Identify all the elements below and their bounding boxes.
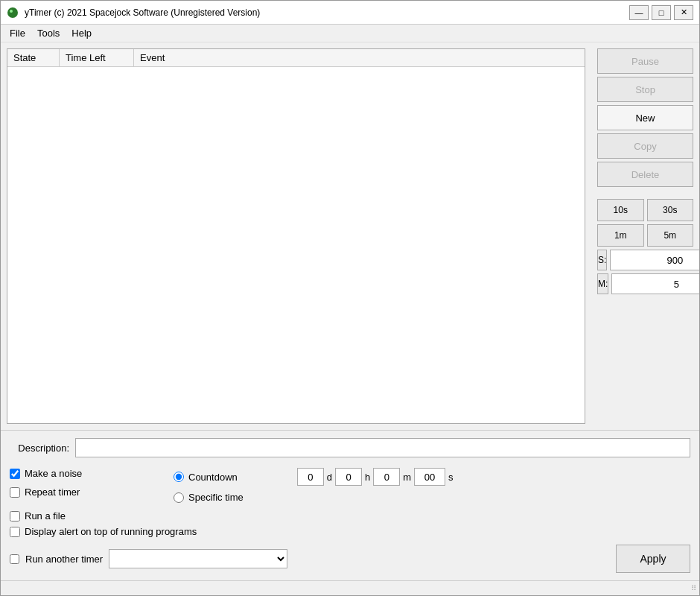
make-noise-label: Make a noise — [25, 468, 82, 479]
description-row: Description: — [10, 438, 690, 457]
window-controls: — □ ✕ — [629, 5, 693, 20]
col-timeleft-header: Time Left — [60, 49, 134, 66]
right-timer-type: Countdown d h m s Specific t — [174, 468, 690, 503]
btn-5m[interactable]: 5m — [647, 224, 694, 247]
quick-btns-row1: 10s 30s — [597, 199, 693, 221]
repeat-timer-row: Repeat timer — [10, 486, 174, 498]
btn-1m[interactable]: 1m — [597, 224, 644, 247]
days-label: d — [327, 472, 332, 483]
specific-time-radio[interactable] — [174, 492, 184, 503]
run-file-checkbox[interactable] — [10, 511, 20, 522]
seconds-input[interactable] — [610, 250, 699, 270]
title-bar: yTimer (c) 2021 Spacejock Software (Unre… — [1, 1, 699, 25]
btn-30s[interactable]: 30s — [647, 199, 694, 221]
quick-btns-row2: 1m 5m — [597, 224, 693, 247]
btn-10s[interactable]: 10s — [597, 199, 644, 221]
svg-point-0 — [7, 7, 18, 18]
specific-time-label: Specific time — [188, 492, 244, 503]
right-panel: Pause Stop New Copy Delete 10s 30s 1m 5m… — [591, 42, 699, 430]
left-checks: Make a noise Repeat timer — [10, 468, 174, 503]
run-another-row: Run another timer Apply — [10, 545, 690, 573]
new-button[interactable]: New — [597, 105, 693, 130]
repeat-timer-checkbox[interactable] — [10, 487, 20, 498]
countdown-inputs: d h m s — [297, 468, 454, 486]
delete-button[interactable]: Delete — [597, 162, 693, 187]
countdown-label: Countdown — [188, 472, 238, 483]
table-header: State Time Left Event — [7, 49, 585, 67]
window-title: yTimer (c) 2021 Spacejock Software (Unre… — [25, 7, 260, 18]
menu-tools[interactable]: Tools — [31, 26, 66, 40]
svg-point-1 — [10, 10, 13, 13]
main-content: State Time Left Event Pause Stop New Cop… — [1, 42, 699, 430]
make-noise-row: Make a noise — [10, 468, 174, 479]
run-file-label: Run a file — [25, 510, 66, 522]
hours-label: h — [365, 472, 370, 483]
run-another-label: Run another timer — [25, 554, 103, 565]
run-another-select[interactable] — [109, 549, 287, 568]
timer-table: State Time Left Event — [7, 48, 585, 424]
repeat-timer-label: Repeat timer — [25, 486, 80, 498]
display-alert-row: Display alert on top of running programs — [10, 526, 690, 537]
seconds-label[interactable]: S: — [597, 250, 607, 270]
maximize-button[interactable]: □ — [652, 5, 671, 20]
minutes-label[interactable]: M: — [597, 273, 608, 294]
countdown-radio-row: Countdown — [174, 472, 238, 483]
menu-file[interactable]: File — [4, 26, 31, 40]
display-alert-checkbox[interactable] — [10, 527, 20, 537]
make-noise-checkbox[interactable] — [10, 469, 20, 479]
description-label: Description: — [10, 443, 69, 454]
col-event-header: Event — [134, 49, 585, 66]
bottom-checks: Run a file Display alert on top of runni… — [10, 510, 690, 537]
bottom-panel: Description: Make a noise Repeat timer — [1, 430, 699, 580]
seconds-input-countdown[interactable] — [414, 468, 445, 486]
minutes-unit-label: m — [403, 472, 411, 483]
stop-button[interactable]: Stop — [597, 77, 693, 102]
run-another-checkbox[interactable] — [10, 554, 19, 564]
resize-grip: ⠿ — [691, 584, 696, 592]
apply-button[interactable]: Apply — [616, 545, 690, 573]
pause-button[interactable]: Pause — [597, 48, 693, 74]
table-body[interactable] — [7, 67, 585, 423]
menu-bar: File Tools Help — [1, 25, 699, 42]
seconds-unit-label: s — [448, 472, 454, 483]
days-input[interactable] — [297, 468, 324, 486]
minutes-input[interactable] — [611, 273, 699, 294]
close-button[interactable]: ✕ — [674, 5, 693, 20]
col-state-header: State — [7, 49, 60, 66]
menu-help[interactable]: Help — [66, 26, 98, 40]
specific-time-radio-row: Specific time — [174, 492, 690, 503]
countdown-radio[interactable] — [174, 472, 184, 482]
hours-input[interactable] — [335, 468, 362, 486]
copy-button[interactable]: Copy — [597, 133, 693, 159]
minutes-row: M: — [597, 273, 693, 294]
main-window: yTimer (c) 2021 Spacejock Software (Unre… — [0, 0, 700, 596]
options-row: Make a noise Repeat timer Countdown d — [10, 468, 690, 503]
minutes-input-countdown[interactable] — [373, 468, 400, 486]
seconds-row: S: — [597, 250, 693, 270]
description-input[interactable] — [75, 438, 690, 457]
minimize-button[interactable]: — — [629, 5, 649, 20]
center-panel: State Time Left Event — [1, 42, 591, 430]
status-bar: ⠿ — [1, 580, 699, 595]
display-alert-label: Display alert on top of running programs — [25, 526, 197, 537]
title-bar-left: yTimer (c) 2021 Spacejock Software (Unre… — [7, 7, 260, 19]
run-file-row: Run a file — [10, 510, 690, 522]
app-icon — [7, 7, 19, 19]
